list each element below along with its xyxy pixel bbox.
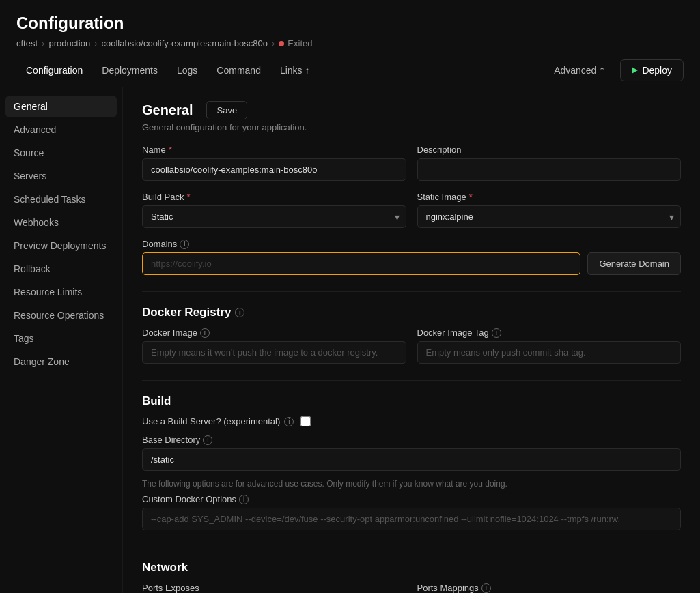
sidebar-item-resource-limits[interactable]: Resource Limits [5,281,117,303]
general-description: General configuration for your applicati… [142,122,681,132]
docker-image-tag-label: Docker Image Tag i [417,328,682,338]
base-directory-info-icon: i [203,435,212,445]
breadcrumb: cftest › production › coollabsio/coolify… [16,38,684,48]
status-text: Exited [288,38,312,48]
name-description-row: Name * Description [142,145,681,181]
deploy-button[interactable]: Deploy [620,59,684,81]
header: Configuration cftest › production › cool… [0,0,700,54]
base-directory-label: Base Directory i [142,435,681,445]
build-pack-label: Build Pack * [142,192,406,202]
docker-registry-info-icon: i [235,308,244,317]
save-button[interactable]: Save [206,101,247,119]
nav-link-configuration[interactable]: Configuration [16,61,92,80]
ports-mappings-label: Ports Mappings i [417,583,682,593]
sidebar-item-rollback[interactable]: Rollback [5,258,117,280]
general-section: General Save General configuration for y… [142,101,681,275]
docker-image-tag-input[interactable] [417,341,682,364]
network-title: Network [142,561,681,575]
docker-image-group: Docker Image i [142,328,406,364]
description-group: Description [417,145,682,181]
ports-row: Ports Exposes Ports Mappings i [142,583,681,593]
advanced-label: Advanced [554,65,596,76]
docker-image-tag-info-icon: i [492,328,501,338]
sidebar-item-general[interactable]: General [5,96,117,117]
build-pack-select[interactable]: Static Nixpacks Dockerfile [142,205,406,228]
divider-3 [142,547,681,547]
docker-image-tag-group: Docker Image Tag i [417,328,682,364]
ports-exposes-label: Ports Exposes [142,583,406,593]
sidebar-item-danger-zone[interactable]: Danger Zone [5,351,117,373]
status-dot-icon [279,41,284,46]
static-image-label: Static Image * [417,192,682,202]
chevron-up-icon: ⌃ [599,66,605,75]
divider-1 [142,291,681,292]
main-content: General Save General configuration for y… [123,87,700,593]
docker-image-input[interactable] [142,341,406,364]
general-section-title: General [142,102,193,118]
static-image-group: Static Image * nginx:alpine [417,192,682,228]
domains-input[interactable] [142,252,580,275]
main-layout: General Advanced Source Servers Schedule… [0,87,700,593]
docker-image-row: Docker Image i Docker Image Tag i [142,328,681,364]
description-input[interactable] [417,158,682,181]
static-image-select[interactable]: nginx:alpine [417,205,682,228]
build-server-row: Use a Build Server? (experimental) i [142,416,681,426]
docker-image-label: Docker Image i [142,328,406,338]
sidebar: General Advanced Source Servers Schedule… [0,87,123,593]
breadcrumb-app[interactable]: coollabsio/coolify-examples:main-bosc80o [101,38,268,48]
sidebar-item-resource-operations[interactable]: Resource Operations [5,304,117,326]
name-required: * [169,145,172,155]
build-server-label: Use a Build Server? (experimental) i [142,416,294,426]
name-label: Name * [142,145,406,155]
advanced-button[interactable]: Advanced ⌃ [547,61,612,80]
build-server-info-icon: i [284,417,294,426]
sidebar-item-source[interactable]: Source [5,142,117,164]
build-section: Build Use a Build Server? (experimental)… [142,394,681,530]
top-nav: Configuration Deployments Logs Command L… [0,54,700,87]
sidebar-item-scheduled-tasks[interactable]: Scheduled Tasks [5,188,117,210]
buildpack-staticimage-row: Build Pack * Static Nixpacks Dockerfile … [142,192,681,228]
status-badge: Exited [279,38,312,48]
top-nav-right: Advanced ⌃ Deploy [547,59,684,81]
domains-group: Domains i Generate Domain [142,239,681,275]
nav-link-command[interactable]: Command [207,61,270,80]
name-input[interactable] [142,158,406,181]
build-pack-select-wrapper: Static Nixpacks Dockerfile [142,205,406,228]
page-title: Configuration [16,14,684,33]
nav-link-logs[interactable]: Logs [167,61,207,80]
nav-link-deployments[interactable]: Deployments [92,61,167,80]
breadcrumb-project[interactable]: cftest [16,38,38,48]
domains-info-icon: i [180,240,189,249]
play-icon [632,67,638,74]
static-image-required: * [469,192,473,202]
general-section-header: General Save [142,101,681,119]
sidebar-item-tags[interactable]: Tags [5,328,117,349]
docker-registry-title: Docker Registry i [142,306,681,319]
base-directory-group: Base Directory i [142,435,681,471]
sidebar-item-preview-deployments[interactable]: Preview Deployments [5,235,117,257]
build-pack-group: Build Pack * Static Nixpacks Dockerfile [142,192,406,228]
sidebar-item-advanced[interactable]: Advanced [5,119,117,141]
top-nav-links: Configuration Deployments Logs Command L… [16,61,547,80]
network-section: Network Ports Exposes Ports Mappings i C… [142,561,681,593]
ports-exposes-group: Ports Exposes [142,583,406,593]
docker-image-info-icon: i [200,328,210,338]
nav-link-links[interactable]: Links ↑ [270,61,320,80]
sidebar-item-servers[interactable]: Servers [5,165,117,187]
custom-docker-options-input[interactable] [142,508,681,530]
base-directory-input[interactable] [142,448,681,471]
custom-docker-options-info-icon: i [239,495,249,504]
build-pack-required: * [186,192,190,202]
name-group: Name * [142,145,406,181]
custom-docker-options-group: Custom Docker Options i [142,494,681,530]
ports-mappings-group: Ports Mappings i [417,583,682,593]
docker-registry-section: Docker Registry i Docker Image i Docker … [142,306,681,364]
deploy-label: Deploy [642,65,672,76]
sidebar-item-webhooks[interactable]: Webhooks [5,212,117,233]
build-server-checkbox[interactable] [300,416,311,426]
build-hint-text: The following options are for advanced u… [142,479,681,489]
domains-row: Generate Domain [142,252,681,275]
build-title: Build [142,394,681,408]
generate-domain-button[interactable]: Generate Domain [587,252,681,275]
breadcrumb-environment[interactable]: production [48,38,90,48]
